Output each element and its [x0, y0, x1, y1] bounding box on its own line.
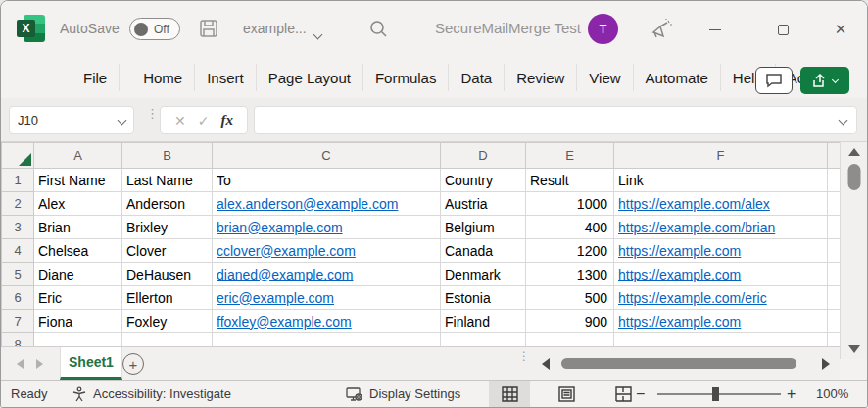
cell[interactable]	[828, 333, 841, 347]
cell[interactable]: Estonia	[441, 286, 526, 310]
row-header-2[interactable]: 2	[2, 192, 34, 216]
cell-url-link[interactable]: https://example.com	[614, 239, 828, 263]
col-header-c[interactable]: C	[213, 143, 441, 169]
cell[interactable]: Austria	[441, 192, 526, 216]
row-header-8[interactable]: 8	[2, 333, 34, 347]
zoom-slider[interactable]	[657, 393, 781, 395]
cell[interactable]: Country	[441, 169, 526, 192]
scroll-up-icon[interactable]	[848, 148, 860, 156]
autosave-toggle[interactable]: Off	[129, 18, 180, 40]
enter-icon[interactable]: ✓	[198, 113, 210, 128]
tab-review[interactable]: Review	[505, 64, 577, 91]
cell[interactable]: Canada	[441, 239, 526, 263]
cell[interactable]: Clover	[122, 239, 213, 263]
name-box[interactable]: J10	[9, 106, 134, 134]
maximize-button[interactable]	[772, 19, 794, 40]
view-page-layout-button[interactable]	[546, 381, 587, 407]
tab-file[interactable]: File	[72, 64, 120, 91]
cell-url-link[interactable]: https://example.com/eric	[614, 286, 828, 310]
vertical-scrollbar-thumb[interactable]	[848, 164, 861, 190]
row-header-3[interactable]: 3	[2, 216, 34, 239]
sheet-nav-left-icon[interactable]	[17, 359, 24, 369]
cell-email-link[interactable]: alex.anderson@example.com	[213, 192, 441, 216]
workbook-name[interactable]: example...	[243, 21, 307, 36]
close-button[interactable]: ✕	[830, 19, 851, 40]
cell[interactable]	[441, 333, 526, 347]
tab-insert[interactable]: Insert	[195, 64, 257, 91]
formula-input[interactable]	[254, 106, 857, 134]
zoom-slider-thumb[interactable]	[712, 387, 719, 401]
cell-email-link[interactable]: brian@example.com	[213, 216, 441, 239]
cell[interactable]: Fiona	[34, 310, 122, 333]
hscroll-drag-handle[interactable]: ⋮	[518, 353, 526, 360]
vertical-scrollbar[interactable]	[840, 142, 868, 359]
cell[interactable]	[828, 310, 841, 333]
name-box-chevron-icon[interactable]	[118, 116, 127, 126]
cell[interactable]	[34, 333, 122, 347]
cell[interactable]	[614, 333, 828, 347]
cell[interactable]	[526, 333, 614, 347]
cell-url-link[interactable]: https://example.com/alex	[614, 192, 828, 216]
cell[interactable]: Anderson	[122, 192, 213, 216]
row-header-1[interactable]: 1	[2, 169, 34, 192]
cell-url-link[interactable]: https://example.com/brian	[614, 216, 828, 239]
cell[interactable]: Ellerton	[122, 286, 213, 310]
zoom-out-button[interactable]: −	[636, 381, 645, 407]
excel-logo-icon[interactable]: X	[17, 15, 45, 42]
cell[interactable]: Belgium	[441, 216, 526, 239]
cell[interactable]: 900	[526, 310, 614, 333]
cell[interactable]: 1000	[526, 192, 614, 216]
display-settings-button[interactable]: Display Settings	[346, 381, 460, 407]
col-header-f[interactable]: F	[614, 143, 828, 169]
col-header-partial[interactable]	[828, 143, 841, 169]
tab-home[interactable]: Home	[131, 64, 195, 91]
megaphone-icon[interactable]	[650, 19, 673, 40]
cell[interactable]: Last Name	[122, 169, 213, 192]
cell[interactable]: Finland	[441, 310, 526, 333]
cell[interactable]: To	[213, 169, 441, 192]
tab-data[interactable]: Data	[449, 64, 505, 91]
cell-email-link[interactable]: eric@example.com	[213, 286, 441, 310]
horizontal-scrollbar-thumb[interactable]	[561, 358, 796, 369]
tab-automate[interactable]: Automate	[634, 64, 721, 91]
row-header-7[interactable]: 7	[2, 310, 34, 333]
add-sheet-button[interactable]: +	[122, 353, 144, 375]
cell-email-link[interactable]: dianed@example.com	[213, 263, 441, 286]
chevron-down-icon[interactable]	[314, 25, 321, 42]
share-button[interactable]	[800, 67, 849, 94]
cell[interactable]: Brian	[34, 216, 122, 239]
search-icon[interactable]	[369, 20, 388, 38]
cell[interactable]: 1300	[526, 263, 614, 286]
cell[interactable]	[828, 216, 841, 239]
comments-button[interactable]	[755, 67, 793, 94]
cell[interactable]: Foxley	[122, 310, 213, 333]
cell[interactable]: Brixley	[122, 216, 213, 239]
row-header-4[interactable]: 4	[2, 239, 34, 263]
cell[interactable]: Eric	[34, 286, 122, 310]
cancel-icon[interactable]: ✕	[174, 113, 186, 128]
cell[interactable]: Result	[526, 169, 614, 192]
cell[interactable]	[828, 286, 841, 310]
cell[interactable]: Chelsea	[34, 239, 122, 263]
tab-sheet1[interactable]: Sheet1	[60, 347, 122, 380]
sheet-nav-right-icon[interactable]	[36, 359, 43, 369]
col-header-e[interactable]: E	[526, 143, 614, 169]
view-normal-button[interactable]	[489, 381, 530, 407]
row-header-5[interactable]: 5	[2, 263, 34, 286]
avatar[interactable]: T	[588, 14, 618, 44]
cell[interactable]: Alex	[34, 192, 122, 216]
cell-email-link[interactable]: cclover@example.com	[213, 239, 441, 263]
cell[interactable]: Diane	[34, 263, 122, 286]
cell[interactable]	[122, 333, 213, 347]
tab-view[interactable]: View	[577, 64, 633, 91]
formula-bar-drag-handle[interactable]: ⋮	[146, 110, 152, 117]
zoom-level[interactable]: 100%	[816, 381, 848, 407]
minimize-button[interactable]	[704, 19, 726, 40]
cell[interactable]	[828, 192, 841, 216]
cell[interactable]: 400	[526, 216, 614, 239]
cell[interactable]	[828, 263, 841, 286]
select-all-button[interactable]	[2, 143, 34, 169]
col-header-b[interactable]: B	[122, 143, 213, 169]
cell-email-link[interactable]: ffoxley@example.com	[213, 310, 441, 333]
scroll-down-icon[interactable]	[848, 345, 860, 353]
